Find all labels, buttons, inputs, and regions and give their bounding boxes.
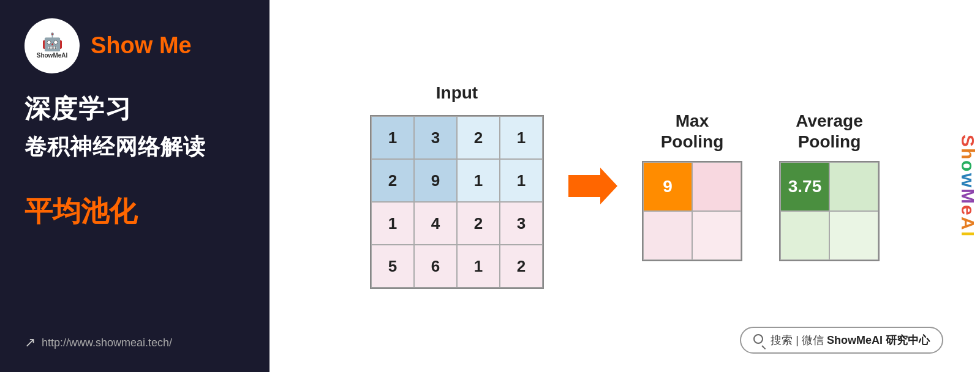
max-cell-r0c0: 9 (643, 162, 692, 211)
brand-char-7: A (957, 217, 978, 231)
max-pooling-grid: 9 (642, 161, 742, 261)
cell-r2c0: 1 (371, 202, 414, 245)
brand-char-5: M (957, 188, 978, 205)
brand-char-8: I (957, 231, 978, 237)
cell-r2c1: 4 (414, 202, 457, 245)
left-panel: 🤖 ShowMeAI Show Me 深度学习 卷积神经网络解读 平均池化 ↗ … (0, 0, 270, 372)
right-arrow (568, 168, 617, 204)
max-cell-r0c1 (692, 162, 741, 211)
avg-cell-r0c1 (829, 162, 878, 211)
avg-cell-r1c0 (780, 211, 829, 260)
cell-r3c2: 1 (457, 245, 500, 288)
cell-r1c0: 2 (371, 159, 414, 202)
max-pooling-title: MaxPooling (661, 111, 724, 152)
brand-char-6: e (957, 205, 978, 217)
search-bar[interactable]: 搜索 | 微信 ShowMeAI 研究中心 (740, 327, 943, 354)
cell-r0c0: 1 (371, 116, 414, 159)
pooling-sections: MaxPooling 9 AveragePooling 3.75 (642, 111, 880, 261)
max-cell-r1c0 (643, 211, 692, 260)
me-text: Me (159, 32, 192, 58)
avg-pooling-grid: 3.75 (779, 161, 880, 261)
cursor-icon: ↗ (24, 335, 36, 351)
cell-r0c3: 1 (500, 116, 543, 159)
footer-link[interactable]: ↗ http://www.showmeai.tech/ (24, 335, 172, 351)
avg-pooling-block: AveragePooling 3.75 (779, 111, 880, 261)
cell-r0c1: 3 (414, 116, 457, 159)
cell-r3c3: 2 (500, 245, 543, 288)
highlight-label: 平均池化 (24, 193, 137, 231)
cell-r1c3: 1 (500, 159, 543, 202)
right-panel: Input 1 3 2 1 2 9 1 1 1 4 2 3 5 6 1 2 (270, 0, 980, 372)
arrow-container (568, 168, 617, 204)
cell-r0c2: 2 (457, 116, 500, 159)
brand-char-3: o (957, 160, 978, 173)
logo-brand-small: ShowMeAI (37, 52, 68, 59)
logo-area: 🤖 ShowMeAI Show Me (24, 18, 192, 73)
url-text: http://www.showmeai.tech/ (42, 337, 172, 349)
avg-cell-r0c0: 3.75 (780, 162, 829, 211)
avg-pooling-title: AveragePooling (796, 111, 862, 152)
brand-vertical: ShowMeAI (956, 0, 980, 372)
max-pooling-block: MaxPooling 9 (642, 111, 742, 261)
title-line2: 卷积神经网络解读 (24, 132, 206, 162)
show-text: Show (91, 32, 159, 58)
show-me-title: Show Me (91, 33, 192, 59)
brand-char-1: S (957, 135, 978, 148)
max-cell-r1c1 (692, 211, 741, 260)
search-bold-text: ShowMeAI 研究中心 (827, 334, 930, 346)
robot-icon: 🤖 (42, 34, 63, 51)
search-icon (753, 334, 766, 346)
title-line1: 深度学习 (24, 92, 132, 126)
input-grid: 1 3 2 1 2 9 1 1 1 4 2 3 5 6 1 2 (370, 115, 544, 289)
input-section: Input 1 3 2 1 2 9 1 1 1 4 2 3 5 6 1 2 (370, 83, 544, 289)
input-title: Input (436, 83, 478, 103)
cell-r3c1: 6 (414, 245, 457, 288)
cell-r1c1: 9 (414, 159, 457, 202)
brand-char-4: w (957, 173, 978, 188)
brand-char-2: h (957, 148, 978, 160)
cell-r1c2: 1 (457, 159, 500, 202)
search-label: 搜索 | 微信 ShowMeAI 研究中心 (771, 333, 930, 348)
avg-cell-r1c1 (829, 211, 878, 260)
cell-r3c0: 5 (371, 245, 414, 288)
cell-r2c3: 3 (500, 202, 543, 245)
cell-r2c2: 2 (457, 202, 500, 245)
logo-circle: 🤖 ShowMeAI (24, 18, 80, 73)
